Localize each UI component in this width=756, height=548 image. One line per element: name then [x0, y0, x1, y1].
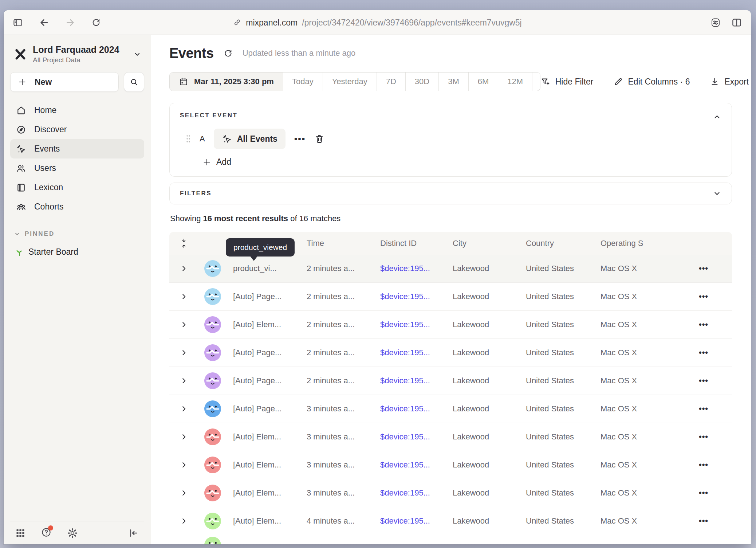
event-city: Lakewood — [453, 516, 526, 526]
sidebar-item-starter-board[interactable]: Starter Board — [10, 247, 144, 257]
table-row[interactable]: [Auto] Elem... 2 minutes a... $device:19… — [169, 311, 732, 339]
table-row[interactable]: ••• — [169, 535, 732, 544]
range-yesterday[interactable]: Yesterday — [323, 73, 377, 91]
row-menu-button[interactable]: ••• — [699, 432, 708, 442]
link-icon — [233, 18, 241, 27]
hide-filter-button[interactable]: Hide Filter — [540, 77, 594, 87]
refresh-icon[interactable] — [223, 48, 233, 58]
row-menu-button[interactable]: ••• — [699, 320, 708, 329]
export-button[interactable]: Export — [710, 77, 749, 87]
events-table: Time Distinct ID City Country Operating … — [169, 232, 732, 544]
row-menu-button[interactable]: ••• — [699, 292, 708, 301]
user-avatar — [204, 288, 221, 305]
column-header-time[interactable]: Time — [307, 239, 380, 248]
distinct-id-link[interactable]: $device:195... — [380, 516, 453, 526]
sidebar-item-events[interactable]: Events — [10, 139, 144, 158]
user-avatar — [204, 513, 221, 529]
row-menu-button[interactable]: ••• — [699, 460, 708, 470]
table-row[interactable]: [Auto] Elem... 3 minutes a... $device:19… — [169, 423, 732, 451]
table-row[interactable]: [Auto] Page... 2 minutes a... $device:19… — [169, 283, 732, 311]
distinct-id-link[interactable]: $device:195... — [380, 264, 453, 273]
date-picker[interactable]: Mar 11, 2025 3:30 pm — [170, 73, 283, 91]
project-subtitle: All Project Data — [33, 56, 127, 64]
sidebar-item-users[interactable]: Users — [10, 158, 144, 178]
event-selector[interactable]: All Events — [214, 129, 286, 149]
column-header-distinct-id[interactable]: Distinct ID — [380, 239, 453, 248]
select-event-panel: SELECT EVENT A — [169, 103, 732, 177]
row-menu-button[interactable]: ••• — [699, 348, 708, 357]
page-settings-icon[interactable] — [710, 17, 721, 28]
distinct-id-link[interactable]: $device:195... — [380, 432, 453, 442]
sidebar-item-cohorts[interactable]: Cohorts — [10, 197, 144, 216]
collapse-panel-icon[interactable] — [713, 113, 721, 121]
expand-row-icon[interactable] — [180, 489, 188, 497]
range-3m[interactable]: 3M — [438, 73, 468, 91]
sidebar-toggle-icon[interactable] — [12, 17, 23, 28]
forward-button-icon[interactable] — [65, 17, 76, 28]
distinct-id-link[interactable]: $device:195... — [380, 320, 453, 329]
search-button[interactable] — [124, 72, 144, 92]
expand-row-icon[interactable] — [180, 321, 188, 329]
expand-row-icon[interactable] — [180, 377, 188, 385]
main-content: Events Updated less than a minute ago — [151, 35, 751, 544]
distinct-id-link[interactable]: $device:195... — [380, 348, 453, 357]
distinct-id-link[interactable]: $device:195... — [380, 404, 453, 414]
distinct-id-link[interactable]: $device:195... — [380, 488, 453, 498]
new-button[interactable]: New — [10, 72, 119, 92]
row-menu-button[interactable]: ••• — [699, 404, 708, 414]
expand-row-icon[interactable] — [180, 349, 188, 357]
delete-event-icon[interactable] — [314, 134, 324, 144]
expand-row-icon[interactable] — [180, 433, 188, 441]
range-xtd[interactable]: XTD — [532, 73, 540, 91]
range-12m[interactable]: 12M — [498, 73, 532, 91]
sidebar-item-lexicon[interactable]: Lexicon — [10, 178, 144, 197]
range-7d[interactable]: 7D — [377, 73, 405, 91]
collapse-rows-icon[interactable] — [180, 238, 188, 249]
distinct-id-link[interactable]: $device:195... — [380, 292, 453, 301]
project-switcher[interactable]: Lord Farquaad 2024 All Project Data — [10, 42, 144, 64]
table-row[interactable]: [Auto] Elem... 4 minutes a... $device:19… — [169, 507, 732, 535]
row-menu-button[interactable]: ••• — [699, 376, 708, 385]
expand-row-icon[interactable] — [180, 405, 188, 413]
apps-grid-icon[interactable] — [15, 528, 25, 538]
event-os: Mac OS X — [601, 376, 675, 385]
expand-row-icon[interactable] — [180, 461, 188, 469]
split-view-icon[interactable] — [731, 17, 742, 28]
collapse-sidebar-icon[interactable] — [128, 528, 139, 539]
table-row[interactable]: [Auto] Page... 2 minutes a... $device:19… — [169, 367, 732, 395]
table-row[interactable]: [Auto] Elem... 3 minutes a... $device:19… — [169, 451, 732, 479]
edit-columns-button[interactable]: Edit Columns · 6 — [613, 77, 690, 87]
column-header-city[interactable]: City — [453, 239, 526, 248]
row-menu-button[interactable]: ••• — [699, 264, 708, 273]
pinned-section-toggle[interactable]: PINNED — [10, 230, 144, 238]
settings-gear-icon[interactable] — [67, 528, 78, 539]
table-row[interactable]: [Auto] Page... 2 minutes a... $device:19… — [169, 339, 732, 367]
sidebar-item-discover[interactable]: Discover — [10, 120, 144, 139]
range-6m[interactable]: 6M — [468, 73, 498, 91]
table-row[interactable]: [Auto] Page... 3 minutes a... $device:19… — [169, 395, 732, 423]
column-header-country[interactable]: Country — [526, 239, 601, 248]
drag-handle-icon[interactable] — [186, 134, 191, 144]
back-button-icon[interactable] — [39, 17, 50, 28]
range-today[interactable]: Today — [283, 73, 323, 91]
expand-row-icon[interactable] — [180, 517, 188, 525]
range-30d[interactable]: 30D — [405, 73, 438, 91]
row-menu-button[interactable]: ••• — [699, 516, 708, 526]
expand-row-icon[interactable] — [180, 293, 188, 301]
distinct-id-link[interactable]: $device:195... — [380, 376, 453, 385]
address-bar[interactable]: mixpanel.com/project/3472420/view/397469… — [233, 17, 521, 27]
reload-button-icon[interactable] — [91, 17, 101, 28]
add-event-button[interactable]: Add — [202, 157, 231, 167]
event-name: product_vi... — [233, 264, 307, 273]
expand-row-icon[interactable] — [180, 265, 188, 273]
event-country: United States — [526, 264, 601, 273]
table-row[interactable]: [Auto] Elem... 3 minutes a... $device:19… — [169, 479, 732, 507]
column-header-os[interactable]: Operating S — [601, 239, 675, 248]
distinct-id-link[interactable]: $device:195... — [380, 460, 453, 470]
sidebar-item-home[interactable]: Home — [10, 101, 144, 120]
event-more-button[interactable]: ••• — [294, 134, 306, 144]
plus-icon — [202, 158, 211, 167]
event-time: 3 minutes a... — [307, 432, 380, 442]
row-menu-button[interactable]: ••• — [699, 488, 708, 498]
expand-filters-icon[interactable] — [713, 189, 721, 198]
